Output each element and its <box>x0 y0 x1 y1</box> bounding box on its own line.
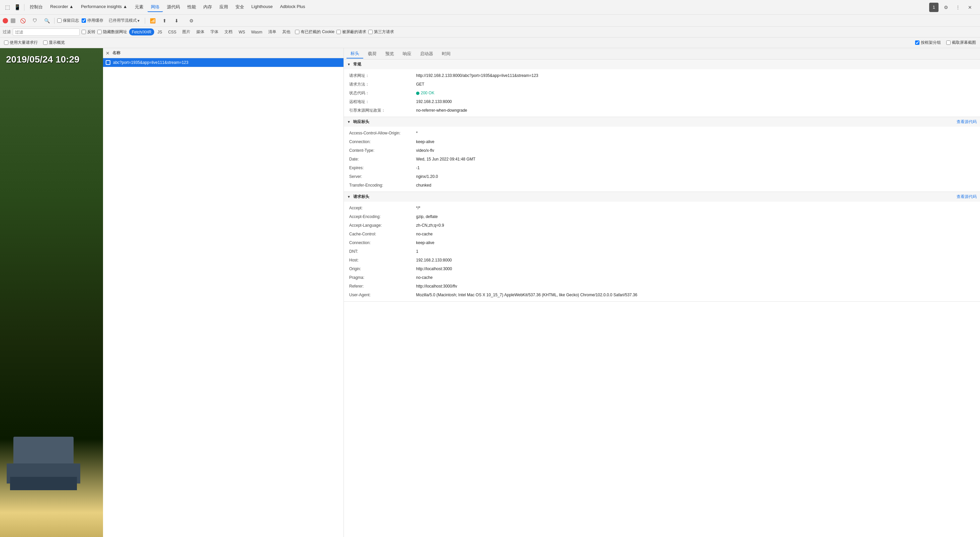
filter-type-WS[interactable]: WS <box>236 29 248 35</box>
filter-type-字体[interactable]: 字体 <box>208 29 221 35</box>
details-tab-标头[interactable]: 标头 <box>347 49 363 59</box>
filter-button[interactable]: ⛉ <box>30 16 40 25</box>
request-headers-section-header[interactable]: ▼ 请求标头 查看源代码 <box>344 192 980 202</box>
toolbar-item-security[interactable]: 安全 <box>232 3 248 12</box>
details-tab-响应[interactable]: 响应 <box>399 49 415 58</box>
toolbar-item-elements[interactable]: 元素 <box>132 3 147 12</box>
overview-checkbox[interactable]: 显示概览 <box>43 40 65 46</box>
general-section-body: 请求网址：http://192.168.2.133:8000/abc?port=… <box>344 69 980 117</box>
view-source-request-btn[interactable]: 查看源代码 <box>956 194 977 200</box>
blocked-requests-checkbox[interactable]: 被屏蔽的请求 <box>336 29 366 35</box>
detail-value: zh-CN,zh;q=0.9 <box>416 222 444 228</box>
request-list-body: abc?port=1935&app=live111&stream=123 <box>103 58 344 537</box>
detail-key: User-Agent: <box>349 292 416 298</box>
general-section-header[interactable]: ▼ 常规 <box>344 59 980 69</box>
close-panel-icon[interactable]: ✕ <box>106 51 110 56</box>
filter-type-清单[interactable]: 清单 <box>266 29 279 35</box>
detail-key: Accept-Language: <box>349 222 416 228</box>
details-tab-载荷[interactable]: 载荷 <box>364 49 381 58</box>
search-button[interactable]: 🔍 <box>42 16 51 25</box>
details-tab-启动器[interactable]: 启动器 <box>416 49 437 58</box>
device-icon[interactable]: 📱 <box>13 3 22 12</box>
toolbar-item-console[interactable]: 控制台 <box>26 3 46 12</box>
filter-input[interactable] <box>13 29 80 36</box>
download-icon[interactable]: ⬇ <box>172 16 181 25</box>
extra-bar: 使用大量请求行 显示概览 按框架分组 截取屏幕截图 <box>0 37 980 48</box>
details-tab-预览[interactable]: 预览 <box>381 49 398 58</box>
detail-key: Origin: <box>349 266 416 272</box>
filter-type-文档[interactable]: 文档 <box>222 29 235 35</box>
details-tab-时间[interactable]: 时间 <box>438 49 455 58</box>
throttle-dropdown[interactable]: 已停用节流模式 ▾ <box>106 17 142 24</box>
toolbar-item-sources[interactable]: 源代码 <box>164 3 183 12</box>
detail-row: 状态代码：200 OK <box>349 89 975 97</box>
detail-value: gzip, deflate <box>416 214 438 220</box>
clear-button[interactable]: 🚫 <box>18 16 27 25</box>
group-by-frame-checkbox[interactable]: 按框架分组 <box>915 40 941 46</box>
detail-value: * <box>416 130 418 136</box>
detail-row: Cache-Control:no-cache <box>349 230 975 238</box>
blocked-cookies-checkbox[interactable]: 有已拦截的 Cookie <box>295 29 334 35</box>
upload-icon[interactable]: ⬆ <box>160 16 169 25</box>
hide-data-urls-checkbox[interactable]: 隐藏数据网址 <box>97 29 127 35</box>
filter-type-JS[interactable]: JS <box>155 29 165 35</box>
filter-type-其他[interactable]: 其他 <box>280 29 293 35</box>
detail-row: Origin:http://localhost:3000 <box>349 264 975 273</box>
toolbar-item-recorder[interactable]: Recorder ▲ <box>47 3 77 12</box>
devtools-settings-icon[interactable]: ⚙ <box>941 3 951 12</box>
details-tabs: 标头载荷预览响应启动器时间 <box>344 48 980 59</box>
request-row[interactable]: abc?port=1935&app=live111&stream=123 <box>103 58 344 67</box>
reverse-checkbox[interactable]: 反转 <box>82 29 95 35</box>
detail-row: Date:Wed, 15 Jun 2022 09:41:48 GMT <box>349 155 975 164</box>
request-list-header: ✕ 名称 <box>103 48 344 58</box>
wifi-icon[interactable]: 📶 <box>148 16 157 25</box>
filter-type-Wasm[interactable]: Wasm <box>248 29 265 35</box>
toolbar-item-lighthouse[interactable]: Lighthouse <box>248 3 276 12</box>
devtools-close-icon[interactable]: ✕ <box>965 3 975 12</box>
detail-value: http://localhost:3000 <box>416 266 452 272</box>
toolbar-item-adblock[interactable]: Adblock Plus <box>277 3 309 12</box>
detail-value: http://localhost:3000/flv <box>416 283 457 289</box>
filter-type-媒体[interactable]: 媒体 <box>194 29 207 35</box>
detail-value: -1 <box>416 165 420 171</box>
detail-value: http://192.168.2.133:8000/abc?port=1935&… <box>416 73 538 79</box>
toolbar-item-performance-insights[interactable]: Performance insights ▲ <box>78 3 131 12</box>
detail-row: 请求方法：GET <box>349 80 975 89</box>
filter-type-Fetch/XHR[interactable]: Fetch/XHR <box>129 29 154 35</box>
filter-bar: 过滤 反转 隐藏数据网址 Fetch/XHRJSCSS图片媒体字体文档WSWas… <box>0 27 980 37</box>
network-settings-icon[interactable]: ⚙ <box>187 16 196 25</box>
detail-value: GET <box>416 81 425 87</box>
preserve-log-checkbox[interactable]: 保留日志 <box>57 18 79 24</box>
detail-value: keep-alive <box>416 139 434 145</box>
screenshot-checkbox[interactable]: 截取屏幕截图 <box>946 40 976 46</box>
detail-value: nginx/1.20.0 <box>416 173 438 180</box>
view-source-response-btn[interactable]: 查看源代码 <box>956 119 977 125</box>
devtools-more-icon[interactable]: ⋮ <box>953 3 963 12</box>
detail-key: 请求方法： <box>349 81 416 87</box>
toolbar-item-network[interactable]: 网络 <box>148 3 163 12</box>
detail-key: 状态代码： <box>349 90 416 96</box>
detail-row: User-Agent:Mozilla/5.0 (Macintosh; Intel… <box>349 291 975 299</box>
third-party-checkbox[interactable]: 第三方请求 <box>368 29 394 35</box>
disable-cache-checkbox[interactable]: 停用缓存 <box>82 18 103 24</box>
detail-value: 192.168.2.133:8000 <box>416 257 452 263</box>
detail-row: Transfer-Encoding:chunked <box>349 181 975 190</box>
detail-row: Access-Control-Allow-Origin:* <box>349 129 975 137</box>
general-section-title: 常规 <box>353 62 361 67</box>
devtools-toolbar: ⬚ 📱 控制台Recorder ▲Performance insights ▲元… <box>0 0 980 15</box>
record-button[interactable] <box>3 18 8 24</box>
inspect-icon[interactable]: ⬚ <box>3 3 12 12</box>
detail-row: Connection:keep-alive <box>349 137 975 146</box>
toolbar-item-performance[interactable]: 性能 <box>184 3 199 12</box>
request-row-checkbox[interactable] <box>106 60 110 65</box>
toolbar-item-application[interactable]: 应用 <box>216 3 231 12</box>
bulk-requests-checkbox[interactable]: 使用大量请求行 <box>4 40 38 46</box>
filter-type-CSS[interactable]: CSS <box>165 29 179 35</box>
stop-button[interactable] <box>11 18 15 23</box>
filter-type-图片[interactable]: 图片 <box>180 29 193 35</box>
badge-icon[interactable]: 1 <box>929 3 939 12</box>
toolbar-item-memory[interactable]: 内存 <box>200 3 215 12</box>
response-headers-section-header[interactable]: ▼ 响应标头 查看源代码 <box>344 117 980 127</box>
detail-row: Content-Type:video/x-flv <box>349 146 975 155</box>
detail-value: 192.168.2.133:8000 <box>416 99 452 105</box>
